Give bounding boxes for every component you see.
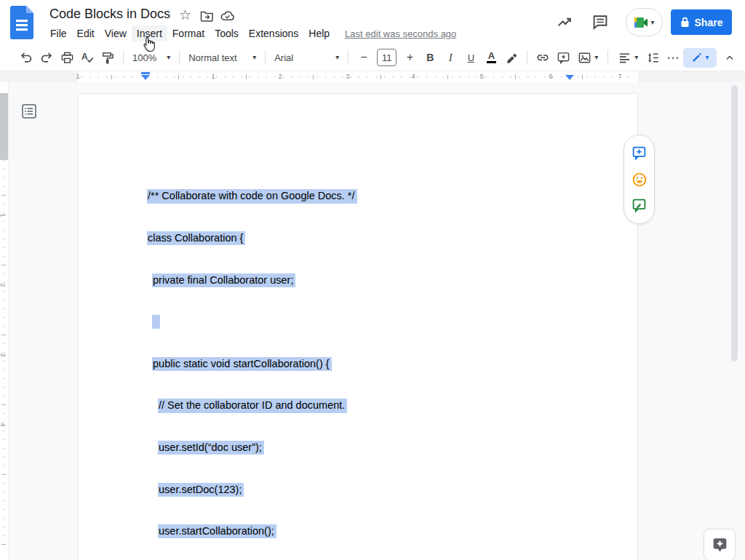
- menu-help[interactable]: Help: [303, 25, 335, 41]
- right-indent-marker[interactable]: [565, 75, 574, 80]
- code-line: user.startCollaboration();: [148, 524, 357, 538]
- code-line: public static void startCollaboration() …: [148, 357, 357, 371]
- font-value: Arial: [274, 52, 293, 63]
- increase-font-size-button[interactable]: +: [400, 48, 419, 67]
- selected-text[interactable]: private final Collaborator user;: [152, 273, 295, 287]
- font-select[interactable]: Arial ▾: [271, 48, 342, 67]
- line-spacing-button[interactable]: [643, 48, 662, 67]
- toolbar-separator: [607, 50, 608, 65]
- more-options-button[interactable]: ⋯: [664, 48, 682, 67]
- selected-text[interactable]: class Collaboration {: [147, 231, 245, 245]
- text-color-letter: A: [488, 52, 495, 60]
- quick-actions-pill: [624, 135, 655, 224]
- google-docs-logo-icon[interactable]: [10, 6, 35, 39]
- chevron-down-icon: ▾: [706, 54, 709, 61]
- share-button[interactable]: Share: [671, 9, 732, 35]
- editing-mode-button[interactable]: ▾: [683, 48, 717, 68]
- toolbar: A 100% ▾ Normal text ▾ Arial ▾ − 11 + B …: [0, 44, 745, 71]
- menu-tools[interactable]: Tools: [210, 25, 244, 41]
- meet-dropdown-caret-icon[interactable]: ▾: [650, 19, 654, 26]
- insert-image-button[interactable]: ▾: [574, 48, 602, 67]
- selected-text[interactable]: [152, 315, 160, 329]
- menu-extensions[interactable]: Extensions: [244, 25, 303, 41]
- left-indent-marker[interactable]: [141, 75, 150, 80]
- selected-text[interactable]: /** Collaborate with code on Google Docs…: [147, 189, 357, 203]
- emoji-reaction-icon[interactable]: [632, 172, 648, 188]
- ruler-ticks: [111, 75, 635, 79]
- spellcheck-button[interactable]: A: [78, 48, 97, 67]
- paragraph-style-select[interactable]: Normal text ▾: [186, 48, 259, 67]
- chevron-down-icon: ▾: [594, 54, 598, 61]
- bold-button[interactable]: B: [421, 48, 439, 67]
- ruler-number: 5: [479, 73, 483, 80]
- text-color-bar: [487, 61, 496, 63]
- insert-link-button[interactable]: [533, 48, 552, 67]
- code-line: user.setId(“doc user”);: [148, 441, 357, 455]
- selected-text[interactable]: user.setId(“doc user”);: [158, 441, 264, 455]
- decrease-font-size-button[interactable]: −: [354, 48, 373, 67]
- code-block[interactable]: /** Collaborate with code on Google Docs…: [148, 161, 357, 560]
- add-comment-button[interactable]: [554, 48, 573, 67]
- font-size-input[interactable]: 11: [377, 49, 397, 66]
- app-header: Code Blocks in Docs ☆ File Edit View Ins…: [0, 0, 745, 44]
- suggest-edits-icon[interactable]: [632, 198, 647, 213]
- mouse-cursor: [142, 36, 157, 54]
- add-comment-icon[interactable]: [632, 145, 647, 161]
- toolbar-separator: [123, 50, 124, 65]
- toolbar-separator: [527, 50, 527, 65]
- text-color-button[interactable]: A: [482, 48, 501, 67]
- paragraph-style-value: Normal text: [188, 52, 236, 63]
- selected-text[interactable]: user.startCollaboration();: [158, 524, 276, 538]
- horizontal-ruler[interactable]: 1 1 2 3 4 5 6 7: [0, 71, 745, 82]
- vertical-scrollbar[interactable]: [731, 85, 738, 361]
- print-button[interactable]: [57, 48, 76, 67]
- first-line-indent-marker[interactable]: [141, 72, 150, 74]
- ruler-ticks: [1, 195, 6, 559]
- explore-button[interactable]: [704, 529, 736, 560]
- toolbar-separator: [179, 50, 180, 65]
- document-title[interactable]: Code Blocks in Docs: [49, 7, 170, 22]
- document-activity-icon[interactable]: [555, 12, 574, 31]
- code-line: // Set the collaborator ID and document.: [148, 399, 357, 412]
- chevron-down-icon: ▾: [167, 54, 170, 61]
- move-folder-icon[interactable]: [200, 9, 214, 22]
- google-meet-icon: [634, 17, 648, 28]
- vertical-ruler-top-margin: [0, 93, 8, 160]
- last-edit-status[interactable]: Last edit was seconds ago: [345, 28, 456, 39]
- code-line: class Collaboration {: [148, 231, 357, 245]
- cloud-saved-icon[interactable]: [220, 10, 235, 21]
- ruler-number: 2: [0, 283, 7, 287]
- ruler-number: 7: [618, 73, 621, 80]
- selected-text[interactable]: public static void startCollaboration() …: [152, 357, 332, 371]
- code-line: /** Collaborate with code on Google Docs…: [148, 189, 357, 203]
- menu-view[interactable]: View: [100, 25, 132, 41]
- toolbar-separator: [265, 50, 266, 65]
- selected-text[interactable]: // Set the collaborator ID and document.: [158, 399, 347, 412]
- ruler-number: 4: [411, 73, 415, 80]
- svg-text:A: A: [81, 52, 88, 62]
- comment-history-icon[interactable]: [591, 12, 610, 31]
- chevron-down-icon: ▾: [634, 54, 638, 61]
- selected-text[interactable]: user.setDoc(123);: [158, 483, 244, 497]
- document-page[interactable]: /** Collaborate with code on Google Docs…: [78, 93, 638, 560]
- menu-file[interactable]: File: [45, 25, 72, 41]
- highlight-color-button[interactable]: [502, 48, 521, 67]
- menu-edit[interactable]: Edit: [72, 25, 100, 41]
- underline-button[interactable]: U: [461, 48, 480, 67]
- italic-button[interactable]: I: [441, 48, 460, 67]
- redo-button[interactable]: [37, 48, 56, 67]
- show-document-outline-button[interactable]: [20, 102, 38, 120]
- menu-format[interactable]: Format: [167, 25, 210, 41]
- ruler-number: 3: [346, 73, 349, 80]
- paint-format-button[interactable]: [98, 48, 117, 67]
- share-button-label: Share: [695, 17, 723, 28]
- code-line: user.setDoc(123);: [148, 483, 357, 497]
- ruler-number: 1: [0, 213, 7, 217]
- star-icon[interactable]: ☆: [179, 8, 191, 23]
- ruler-number: 3: [0, 353, 7, 356]
- hide-menus-button[interactable]: [721, 48, 739, 67]
- align-button[interactable]: ▾: [614, 48, 642, 67]
- vertical-ruler[interactable]: 1 2 3 4: [0, 82, 9, 560]
- join-meet-button[interactable]: ▾: [626, 8, 663, 36]
- undo-button[interactable]: [17, 48, 36, 67]
